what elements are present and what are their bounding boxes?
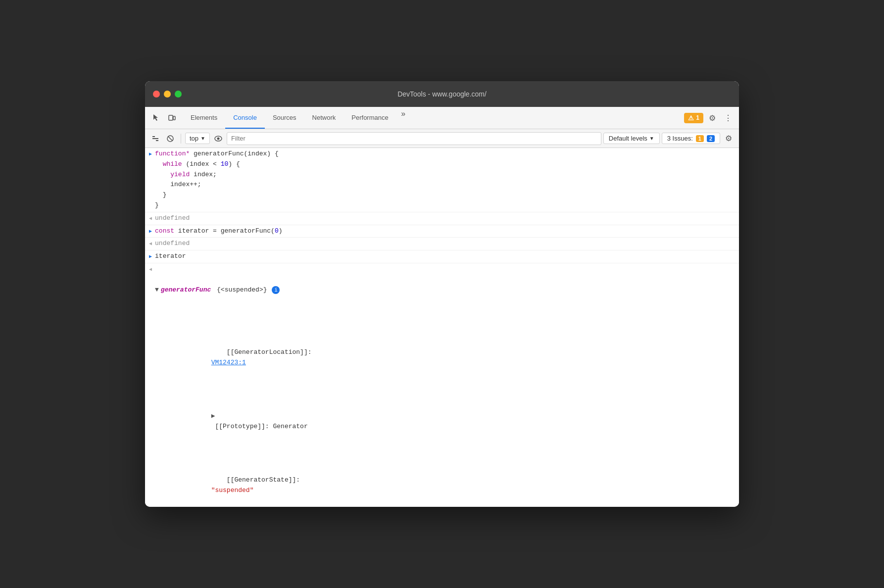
back-arrow: ◀ — [149, 266, 152, 274]
traffic-lights — [153, 91, 182, 98]
console-settings-button[interactable]: ⚙ — [722, 132, 735, 145]
console-toolbar: top ▼ Default levels ▼ 3 Issues: 1 2 ⚙ — [145, 129, 739, 148]
maximize-button[interactable] — [175, 91, 182, 98]
devtools-window: DevTools - www.google.com/ Elements Cons — [145, 81, 739, 507]
info-badge[interactable]: i — [272, 286, 280, 294]
more-options-button[interactable]: ⋮ — [721, 111, 735, 125]
svg-rect-4 — [156, 140, 158, 141]
generator-state: {<suspended>} — [213, 285, 267, 295]
tab-console[interactable]: Console — [225, 107, 265, 129]
console-output[interactable]: ▶ function* generatorFunc(index) { while… — [145, 148, 739, 507]
dropdown-arrow-icon: ▼ — [200, 136, 205, 141]
svg-rect-3 — [152, 136, 155, 137]
close-button[interactable] — [153, 91, 160, 98]
svg-line-6 — [168, 136, 173, 141]
filter-wrap — [227, 132, 601, 145]
object-properties: [[GeneratorLocation]]: VM12423:1 ▶ [[Pro… — [155, 316, 735, 507]
expanded-object: ▼ generatorFunc {<suspended>} i [[Genera… — [155, 264, 735, 507]
console-entry-function: ▶ function* generatorFunc(index) { while… — [145, 148, 739, 212]
window-title: DevTools - www.google.com/ — [397, 90, 487, 98]
svg-rect-0 — [169, 115, 173, 120]
device-toolbar-button[interactable] — [165, 111, 179, 125]
filter-input[interactable] — [227, 132, 601, 145]
tab-network[interactable]: Network — [304, 107, 344, 129]
eye-icon — [214, 135, 223, 142]
expand-arrow-2[interactable]: ▶ — [149, 228, 152, 236]
block-requests-button[interactable] — [164, 132, 177, 145]
console-entry-const: ▶ const iterator = generatorFunc(0) — [145, 225, 739, 238]
clear-icon — [151, 135, 159, 143]
more-dots-icon: ⋮ — [724, 113, 732, 123]
issues-count-button[interactable]: 3 Issues: 1 2 — [662, 133, 720, 144]
expand-arrow[interactable]: ▶ — [149, 150, 152, 158]
default-levels-button[interactable]: Default levels ▼ — [603, 133, 660, 144]
settings-gear-icon: ⚙ — [725, 134, 732, 143]
info-count-badge: 2 — [707, 135, 715, 142]
tab-bar-icons — [149, 107, 179, 129]
live-expressions-button[interactable] — [212, 132, 225, 145]
tab-bar-right: ⚠ 1 ⚙ ⋮ — [684, 107, 739, 129]
tab-sources[interactable]: Sources — [265, 107, 304, 129]
expand-arrow-3[interactable]: ▶ — [149, 253, 152, 261]
generator-func-name: generatorFunc — [161, 285, 211, 295]
console-entry-expanded: ◀ ▼ generatorFunc {<suspended>} i [[Gene… — [145, 263, 739, 507]
gear-icon: ⚙ — [709, 113, 716, 123]
tab-bar: Elements Console Sources Network Perform… — [145, 107, 739, 129]
suspended-value: "suspended" — [211, 487, 254, 494]
device-icon — [168, 114, 176, 122]
vm-link[interactable]: VM12423:1 — [211, 359, 246, 366]
minimize-button[interactable] — [164, 91, 171, 98]
inspect-element-button[interactable] — [149, 111, 163, 125]
prop-location: [[GeneratorLocation]]: VM12423:1 — [165, 337, 735, 380]
clear-console-button[interactable] — [149, 132, 162, 145]
prop-prototype: ▶ [[Prototype]]: Generator — [165, 400, 735, 443]
result-arrow-2: ◀ — [149, 240, 152, 248]
collapse-arrow[interactable]: ▼ — [155, 285, 159, 295]
block-icon — [166, 135, 174, 143]
title-bar: DevTools - www.google.com/ — [145, 81, 739, 107]
warning-icon: ⚠ — [688, 114, 694, 122]
settings-button[interactable]: ⚙ — [705, 111, 719, 125]
console-entry-iterator: ▶ iterator — [145, 250, 739, 263]
prop-state: [[GeneratorState]]: "suspended" — [165, 464, 735, 507]
console-entry-undefined-1: ◀ undefined — [145, 212, 739, 225]
tab-elements[interactable]: Elements — [183, 107, 225, 129]
tab-performance[interactable]: Performance — [344, 107, 396, 129]
context-selector[interactable]: top ▼ — [185, 133, 210, 144]
proto-arrow[interactable]: ▶ — [211, 412, 215, 420]
toolbar-divider — [181, 134, 181, 144]
warning-count-badge: 1 — [696, 135, 704, 142]
svg-rect-1 — [173, 116, 175, 120]
levels-dropdown-icon: ▼ — [649, 136, 654, 141]
svg-point-8 — [217, 137, 219, 140]
more-tabs-button[interactable]: » — [396, 107, 410, 121]
tabs: Elements Console Sources Network Perform… — [183, 107, 684, 129]
entry-code: function* generatorFunc(index) { while (… — [155, 149, 735, 211]
entry-undefined-2: undefined — [155, 239, 735, 249]
cursor-icon — [152, 114, 160, 122]
entry-undefined: undefined — [155, 213, 735, 224]
entry-code-3: iterator — [155, 251, 735, 262]
entry-code-2: const iterator = generatorFunc(0) — [155, 226, 735, 237]
svg-rect-2 — [152, 138, 158, 139]
result-arrow: ◀ — [149, 215, 152, 223]
console-entry-undefined-2: ◀ undefined — [145, 238, 739, 250]
issues-badge[interactable]: ⚠ 1 — [684, 113, 703, 123]
